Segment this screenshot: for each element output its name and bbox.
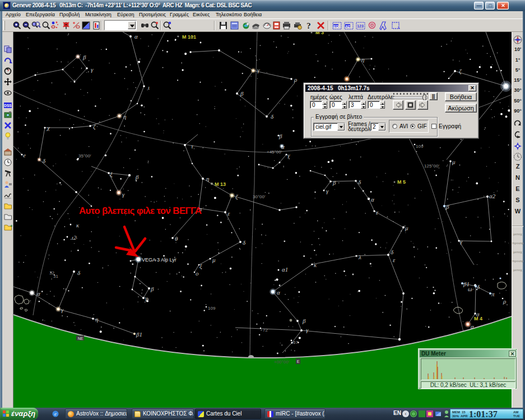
- svg-text:‹: ‹: [405, 411, 407, 417]
- svg-text:κ: κ: [314, 262, 317, 268]
- svg-text:γ: γ: [61, 306, 64, 313]
- svg-text:ω: ω: [468, 286, 472, 292]
- svg-text:β: β: [278, 133, 282, 139]
- svg-text:ρ: ρ: [503, 298, 506, 305]
- svg-text:+: +: [10, 223, 12, 228]
- svg-text:30°00′: 30°00′: [253, 194, 266, 199]
- svg-text:125°00′: 125°00′: [424, 164, 439, 169]
- svg-text:?: ?: [306, 21, 311, 30]
- svg-text:APR: APR: [461, 414, 468, 418]
- svg-text:Αυτο βλεπεις φιλε τον ΒΕΓΓΑ: Αυτο βλεπεις φιλε τον ΒΕΓΓΑ: [79, 206, 202, 216]
- svg-text:β: β: [135, 174, 139, 180]
- svg-text:δ: δ: [358, 179, 361, 185]
- svg-text:μ: μ: [405, 225, 408, 231]
- svg-text:E: E: [297, 360, 300, 363]
- svg-text:κ: κ: [76, 222, 80, 228]
- svg-text:μ: μ: [212, 256, 216, 263]
- svg-text:α: α: [471, 323, 474, 330]
- svg-text:ι: ι: [148, 84, 150, 91]
- svg-text:γ: γ: [145, 295, 148, 301]
- svg-text:δ: δ: [477, 283, 480, 290]
- svg-text:η: η: [361, 56, 364, 63]
- svg-text:α: α: [134, 33, 138, 40]
- svg-text:NE: NE: [78, 337, 83, 340]
- svg-text:ι2: ι2: [72, 234, 77, 241]
- svg-text:δ: δ: [43, 157, 46, 164]
- svg-text:β: β: [82, 54, 86, 60]
- svg-text:γ: γ: [91, 66, 94, 73]
- svg-text:M 101: M 101: [182, 34, 196, 40]
- svg-text:M 4: M 4: [474, 316, 482, 321]
- svg-text:M 13: M 13: [215, 181, 226, 187]
- svg-text:α: α: [277, 289, 280, 296]
- svg-text:λ: λ: [358, 254, 361, 260]
- svg-text:α1: α1: [282, 266, 288, 273]
- svg-text:δ: δ: [391, 249, 394, 255]
- svg-text:72: 72: [263, 328, 268, 333]
- svg-text:π: π: [491, 291, 495, 297]
- svg-text:TUE: TUE: [513, 414, 520, 418]
- svg-text:β: β: [150, 286, 154, 292]
- svg-text:MEM: MEM: [452, 410, 460, 414]
- svg-text:31: 31: [53, 274, 58, 279]
- svg-text:123: 123: [357, 24, 364, 28]
- svg-text:35°00′: 35°00′: [78, 153, 91, 158]
- svg-text:β: β: [240, 90, 244, 97]
- svg-text:ε: ε: [393, 256, 396, 263]
- svg-text:ρ: ρ: [294, 76, 297, 83]
- svg-text:DSS: DSS: [4, 104, 12, 108]
- svg-text:M 5: M 5: [397, 179, 406, 185]
- svg-text:α2: α2: [489, 193, 496, 199]
- svg-text:γ: γ: [460, 238, 463, 245]
- svg-text:β: β: [332, 179, 336, 186]
- svg-text:EQ: EQ: [333, 25, 338, 28]
- svg-text:109: 109: [208, 306, 216, 311]
- svg-text:β1: β1: [136, 331, 142, 338]
- svg-text:30%: 30%: [452, 414, 459, 418]
- svg-text:γ: γ: [122, 191, 125, 198]
- svg-text:η: η: [123, 113, 126, 120]
- svg-text:+00°00′: +00°00′: [274, 360, 290, 365]
- svg-text:η: η: [95, 316, 98, 323]
- svg-text:e: e: [54, 411, 57, 417]
- svg-text:M 3: M 3: [315, 32, 324, 35]
- svg-text:θ: θ: [175, 235, 178, 242]
- svg-text:ε: ε: [376, 209, 379, 216]
- svg-text:α: α: [371, 196, 374, 203]
- svg-text:1:01:37: 1:01:37: [469, 409, 498, 418]
- svg-text:η: η: [206, 175, 209, 182]
- svg-text:VEGA 3 Alp Lyr: VEGA 3 Alp Lyr: [142, 257, 176, 263]
- svg-text:o: o: [196, 270, 199, 277]
- svg-text:67: 67: [293, 340, 298, 345]
- svg-text:ε: ε: [227, 210, 230, 217]
- svg-text:15: 15: [462, 410, 466, 414]
- svg-text:AZ: AZ: [346, 25, 350, 28]
- svg-text:α: α: [37, 290, 40, 297]
- svg-text:ξ: ξ: [110, 171, 113, 178]
- svg-text:AM: AM: [513, 410, 518, 414]
- svg-text:γ: γ: [287, 152, 290, 158]
- svg-text:+45°00′: +45°00′: [267, 150, 282, 155]
- svg-text:β: β: [302, 318, 306, 324]
- svg-text:ξ: ξ: [199, 263, 202, 270]
- svg-text:γ: γ: [306, 326, 309, 333]
- svg-text:β: β: [445, 203, 449, 210]
- svg-text:δ: δ: [271, 113, 274, 120]
- svg-text:e: e: [23, 152, 26, 158]
- svg-text:γ: γ: [257, 67, 260, 73]
- svg-text:γ: γ: [326, 188, 329, 194]
- svg-text:δ: δ: [243, 239, 246, 246]
- svg-text:δ: δ: [77, 269, 81, 276]
- svg-text:μ: μ: [452, 158, 456, 165]
- svg-text:109: 109: [416, 144, 424, 149]
